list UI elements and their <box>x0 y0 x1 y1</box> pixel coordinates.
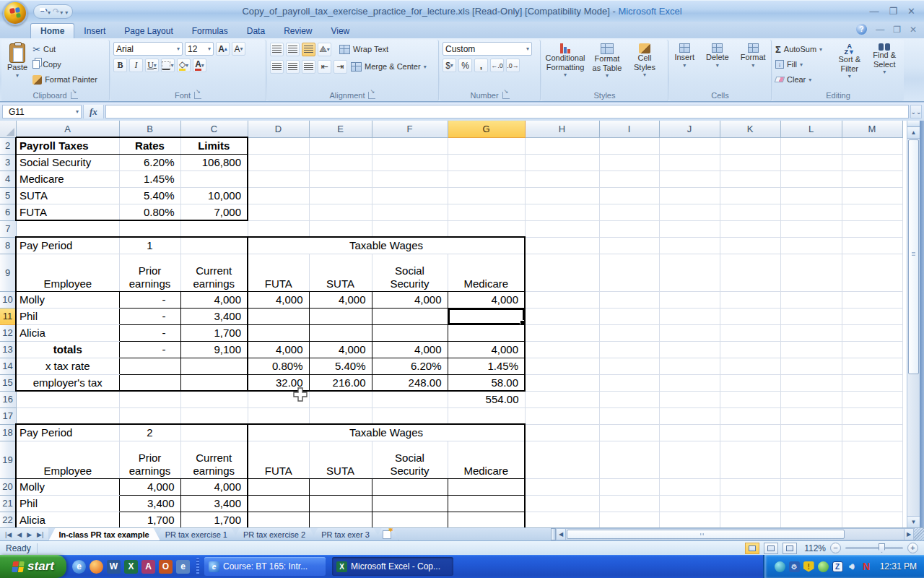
font-family-combo[interactable]: Arial▾ <box>113 42 183 56</box>
cell-I19[interactable] <box>599 441 659 478</box>
cell-E17[interactable] <box>309 407 372 424</box>
cell-C9[interactable]: Current earnings <box>180 254 248 291</box>
expand-formula-bar-button[interactable]: ⌄⌄ <box>910 105 922 118</box>
cell-I11[interactable] <box>599 308 659 324</box>
cell-M5[interactable] <box>842 187 902 204</box>
row-header-2[interactable]: 2 <box>0 137 16 154</box>
row-header-13[interactable]: 13 <box>0 341 16 358</box>
tab-home[interactable]: Home <box>30 23 74 38</box>
decrease-decimal-button[interactable]: .0→ <box>506 59 520 72</box>
cell-C22[interactable]: 1,700 <box>180 512 248 527</box>
cell-I20[interactable] <box>599 478 659 495</box>
cell-E7[interactable] <box>309 220 372 237</box>
cell-F20[interactable] <box>372 478 448 495</box>
cell-C12[interactable]: 1,700 <box>180 324 248 341</box>
cell-D5[interactable] <box>248 187 309 204</box>
sheet-tab-2[interactable]: PR tax exercise 1 <box>155 528 238 540</box>
vertical-scrollbar[interactable]: ▲ ▼ <box>907 121 920 527</box>
cell-B21[interactable]: 3,400 <box>119 495 180 512</box>
cell-J9[interactable] <box>659 254 720 291</box>
cell-A14[interactable]: x tax rate <box>16 358 119 374</box>
cell-B12[interactable]: - <box>119 324 180 341</box>
cell-J17[interactable] <box>659 407 720 424</box>
cell-I3[interactable] <box>599 154 659 171</box>
cell-C3[interactable]: 106,800 <box>180 154 248 171</box>
cell-C13[interactable]: 9,100 <box>180 341 248 358</box>
horizontal-scrollbar[interactable] <box>566 528 904 540</box>
cell-M21[interactable] <box>842 495 902 512</box>
cell-B19[interactable]: Prior earnings <box>119 441 180 478</box>
cell-K20[interactable] <box>720 478 780 495</box>
cell-C10[interactable]: 4,000 <box>180 291 248 308</box>
cell-G19[interactable]: Medicare <box>448 441 525 478</box>
cell-H16[interactable] <box>525 391 599 407</box>
cell-H17[interactable] <box>525 407 599 424</box>
next-sheet-button[interactable]: ▶ <box>25 531 34 538</box>
cell-F19[interactable]: Social Security <box>372 441 448 478</box>
cell-G10[interactable]: 4,000 <box>448 291 525 308</box>
cell-E2[interactable] <box>309 137 372 154</box>
cell-J16[interactable] <box>659 391 720 407</box>
cell-F7[interactable] <box>372 220 448 237</box>
cell-A22[interactable]: Alicia <box>16 512 119 527</box>
cell-A10[interactable]: Molly <box>16 291 119 308</box>
row-header-21[interactable]: 21 <box>0 495 16 512</box>
cell-H13[interactable] <box>525 341 599 358</box>
cell-K13[interactable] <box>720 341 780 358</box>
cell-B4[interactable]: 1.45% <box>119 171 180 187</box>
insert-worksheet-tab[interactable] <box>375 528 399 540</box>
cell-J6[interactable] <box>659 204 720 220</box>
cell-D7[interactable] <box>248 220 309 237</box>
bold-button[interactable]: B <box>113 59 127 72</box>
cell-M22[interactable] <box>842 512 902 527</box>
cell-J14[interactable] <box>659 358 720 374</box>
cell-B15[interactable] <box>119 374 180 391</box>
cell-C2[interactable]: Limits <box>180 137 248 154</box>
cell-I17[interactable] <box>599 407 659 424</box>
cell-F3[interactable] <box>372 154 448 171</box>
merge-center-button[interactable]: Merge & Center▾ <box>351 59 427 74</box>
cell-K4[interactable] <box>720 171 780 187</box>
column-header-B[interactable]: B <box>119 121 180 137</box>
cell-B20[interactable]: 4,000 <box>119 478 180 495</box>
cell-A13[interactable]: totals <box>16 341 119 358</box>
vertical-scroll-thumb[interactable] <box>908 139 919 374</box>
select-all-corner[interactable] <box>0 121 16 137</box>
cut-button[interactable]: ✂Cut <box>32 42 97 56</box>
cell-M15[interactable] <box>842 374 902 391</box>
cell-L8[interactable] <box>780 237 842 254</box>
cell-C17[interactable] <box>180 407 248 424</box>
paste-button[interactable]: Paste▾ <box>4 42 30 90</box>
row-header-19[interactable]: 19 <box>0 441 16 478</box>
orientation-button[interactable]: ⟁▾ <box>318 43 331 56</box>
cell-F11[interactable] <box>372 308 448 324</box>
cell-M20[interactable] <box>842 478 902 495</box>
cell-J13[interactable] <box>659 341 720 358</box>
cell-F6[interactable] <box>372 204 448 220</box>
cell-B3[interactable]: 6.20% <box>119 154 180 171</box>
row-header-14[interactable]: 14 <box>0 358 16 374</box>
cell-F10[interactable]: 4,000 <box>372 291 448 308</box>
cell-C20[interactable]: 4,000 <box>180 478 248 495</box>
cell-G5[interactable] <box>448 187 525 204</box>
scroll-right-button[interactable]: ▶ <box>904 528 914 540</box>
cell-K7[interactable] <box>720 220 780 237</box>
align-left-button[interactable] <box>270 60 284 74</box>
cell-M13[interactable] <box>842 341 902 358</box>
comma-style-button[interactable]: , <box>474 59 488 72</box>
zoom-level[interactable]: 112% <box>801 543 826 553</box>
cell-G2[interactable] <box>448 137 525 154</box>
cell-I16[interactable] <box>599 391 659 407</box>
doc-restore-button[interactable]: ❐ <box>893 25 901 34</box>
cell-F14[interactable]: 6.20% <box>372 358 448 374</box>
cell-D17[interactable] <box>248 407 309 424</box>
cell-B10[interactable]: - <box>119 291 180 308</box>
cell-H19[interactable] <box>525 441 599 478</box>
task-button-browser[interactable]: e Course: BT 165: Intr... <box>204 557 326 576</box>
cell-H5[interactable] <box>525 187 599 204</box>
cell-I7[interactable] <box>599 220 659 237</box>
row-header-16[interactable]: 16 <box>0 391 16 407</box>
cell-A2[interactable]: Payroll Taxes <box>16 137 119 154</box>
firefox-icon[interactable] <box>90 560 103 574</box>
cell-G11[interactable] <box>448 308 525 324</box>
